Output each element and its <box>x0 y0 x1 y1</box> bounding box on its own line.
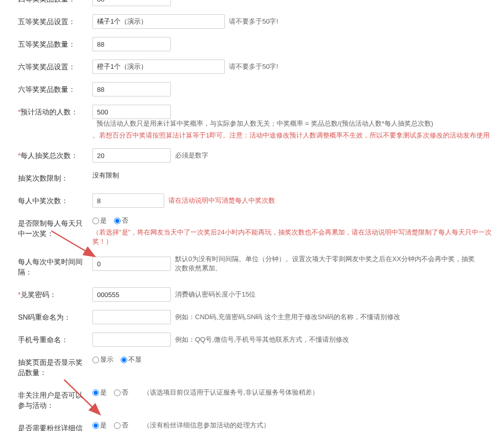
estimated-help1: 预估活动人数只是用来计算中奖概率，与实际参加人数无关；中奖概率 = 奖品总数/(… <box>96 119 433 128</box>
prize5-qty-row: 五等奖奖品数量： <box>10 33 494 55</box>
prize5-qty-input[interactable] <box>92 37 171 51</box>
password-row: *兑奖密码： 消费确认密码长度小于15位 <box>10 283 494 306</box>
win-count-help: 请在活动说明中写清楚每人中奖次数 <box>168 196 275 205</box>
draw-limit-label: 抽奖次数限制： <box>10 171 92 185</box>
total-draws-label: *每人抽奖总次数： <box>10 148 92 163</box>
phone-rename-help: 例如：QQ号,微信号,手机号等其他联系方式，不懂请别修改 <box>175 335 349 344</box>
fan-detail-radio-yes[interactable] <box>92 422 99 429</box>
estimated-row: *预计活动的人数： 预估活动人数只是用来计算中奖概率，与实际参加人数无关；中奖概… <box>10 101 494 144</box>
prize5-set-help: 请不要多于50字! <box>229 17 278 26</box>
non-follower-radio-no[interactable] <box>114 389 121 396</box>
phone-rename-row: 手机号重命名： 例如：QQ号,微信号,手机号等其他联系方式，不懂请别修改 <box>10 328 494 351</box>
prize5-set-row: 五等奖奖品设置： 请不要多于50字! <box>10 10 494 33</box>
win-count-label: 每人中奖次数： <box>10 193 92 208</box>
draw-limit-value: 没有限制 <box>92 171 119 180</box>
prize6-set-label: 六等奖奖品设置： <box>10 60 92 74</box>
prize6-qty-row: 六等奖奖品数量： <box>10 78 494 101</box>
win-count-input[interactable] <box>92 193 164 208</box>
show-prize-qty-radio-show[interactable] <box>92 357 99 363</box>
non-follower-label: 非关注用户是否可以参与活动： <box>10 388 92 413</box>
daily-limit-radio-yes[interactable] <box>92 218 99 224</box>
prize5-set-label: 五等奖奖品设置： <box>10 14 92 29</box>
prize5-qty-label: 五等奖奖品数量： <box>10 37 92 51</box>
sn-rename-label: SN码重命名为： <box>10 310 92 324</box>
non-follower-help: （该选项目前仅适用于认证服务号,非认证服务号体验稍差） <box>143 388 319 397</box>
prize4-qty-label: 四等奖奖品数量： <box>10 0 92 6</box>
fan-detail-radio-no[interactable] <box>114 422 121 429</box>
fan-detail-radio-yes-label[interactable]: 是 <box>92 421 107 430</box>
fan-detail-radio-no-label[interactable]: 否 <box>114 421 128 430</box>
password-help: 消费确认密码长度小于15位 <box>175 290 256 299</box>
daily-limit-radio-no-label[interactable]: 否 <box>114 216 128 225</box>
non-follower-radio-no-label[interactable]: 否 <box>114 388 128 397</box>
show-prize-qty-row: 抽奖页面是否显示奖品数量： 显示 不显 <box>10 351 494 384</box>
prize5-set-input[interactable] <box>92 14 225 29</box>
win-count-row: 每人中奖次数： 请在活动说明中写清楚每人中奖次数 <box>10 189 494 212</box>
sn-rename-help: 例如：CND码,充值密码,SN码 这个主意用于修改SN码的名称，不懂请别修改 <box>175 312 400 322</box>
interval-input[interactable] <box>92 257 171 271</box>
interval-label: 每人每次中奖时间间隔： <box>10 254 92 279</box>
phone-rename-label: 手机号重命名： <box>10 332 92 347</box>
password-label: *兑奖密码： <box>10 287 92 302</box>
password-input[interactable] <box>92 287 171 302</box>
interval-row: 每人每次中奖时间间隔： 默认0为没有时间间隔。单位（分钟）。设置次项大于零则网友… <box>10 250 494 283</box>
daily-limit-row: 是否限制每人每天只中一次奖： 是 否 （若选择"是"，将在网友当天中了一次奖后2… <box>10 212 494 250</box>
non-follower-radio-yes-label[interactable]: 是 <box>92 388 107 397</box>
prize6-qty-input[interactable] <box>92 82 171 96</box>
non-follower-row: 非关注用户是否可以参与活动： 是 否 （该选项目前仅适用于认证服务号,非认证服务… <box>10 384 494 417</box>
daily-limit-radio-no[interactable] <box>114 218 121 224</box>
fan-detail-row: 是否需要粉丝详细信息： 是 否 （没有粉丝详细信息参加活动的处理方式） <box>10 417 494 431</box>
prize4-qty-row: 四等奖奖品数量： <box>10 0 494 10</box>
show-prize-qty-radio-show-label[interactable]: 显示 <box>92 355 113 364</box>
total-draws-row: *每人抽奖总次数： 必须是数字 <box>10 144 494 167</box>
sn-rename-row: SN码重命名为： 例如：CND码,充值密码,SN码 这个主意用于修改SN码的名称… <box>10 306 494 328</box>
total-draws-input[interactable] <box>92 148 171 163</box>
non-follower-radio-yes[interactable] <box>92 389 99 396</box>
fan-detail-help: （没有粉丝详细信息参加活动的处理方式） <box>143 421 270 430</box>
daily-limit-help: （若选择"是"，将在网友当天中了一次奖后24小时内不能再玩，抽奖次数也不会再累加… <box>92 228 494 246</box>
estimated-label: *预计活动的人数： <box>10 105 92 119</box>
estimated-input[interactable] <box>92 105 171 119</box>
daily-limit-radio-yes-label[interactable]: 是 <box>92 216 107 225</box>
total-draws-help: 必须是数字 <box>175 151 208 160</box>
sn-rename-input[interactable] <box>92 310 171 324</box>
daily-limit-label: 是否限制每人每天只中一次奖： <box>10 216 92 241</box>
draw-limit-row: 抽奖次数限制： 没有限制 <box>10 167 494 189</box>
prize4-qty-input[interactable] <box>92 0 171 6</box>
prize6-set-row: 六等奖奖品设置： 请不要多于50字! <box>10 55 494 78</box>
show-prize-qty-label: 抽奖页面是否显示奖品数量： <box>10 355 92 380</box>
interval-help: 默认0为没有时间间隔。单位（分钟）。设置次项大于零则网友中奖之后在XX分钟内不会… <box>175 254 478 273</box>
estimated-help2: 。若想百分百中奖请按照算法计算等于1即可。注意：活动中途修改预计人数调整概率不生… <box>92 131 490 140</box>
fan-detail-label: 是否需要粉丝详细信息： <box>10 421 92 431</box>
prize6-qty-label: 六等奖奖品数量： <box>10 82 92 96</box>
phone-rename-input[interactable] <box>92 332 171 347</box>
prize6-set-input[interactable] <box>92 60 225 74</box>
show-prize-qty-radio-hide[interactable] <box>121 357 127 363</box>
show-prize-qty-radio-hide-label[interactable]: 不显 <box>121 355 142 364</box>
prize6-set-help: 请不要多于50字! <box>229 62 278 71</box>
